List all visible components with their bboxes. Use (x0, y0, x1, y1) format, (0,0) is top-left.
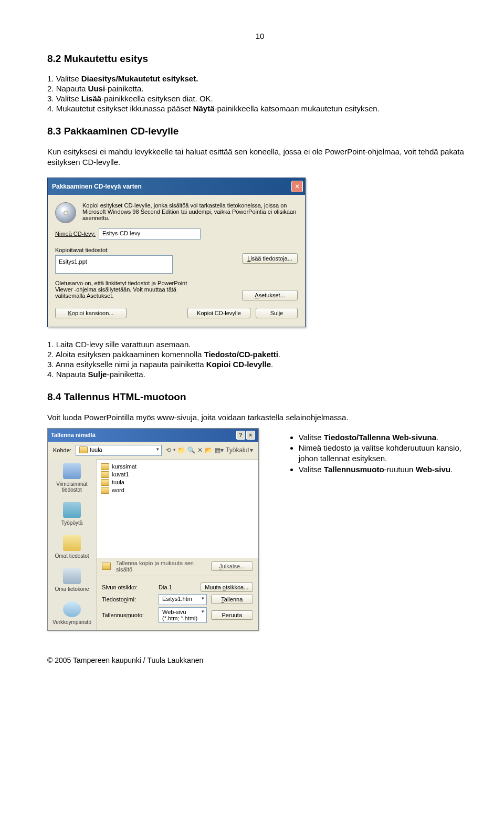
settings-button[interactable]: Asetukset... (242, 290, 298, 300)
steps-8-2: 1. Valitse Diaesitys/Mukautetut esitykse… (47, 74, 472, 113)
save-copy-icon (102, 563, 111, 570)
intro-8-3: Kun esityksesi ei mahdu levykkeelle tai … (47, 147, 472, 168)
places-bar: Viimeisimmät tiedostot Työpöytä Omat tie… (48, 459, 97, 630)
cd-icon (55, 202, 76, 223)
name-cd-label: Nimeä CD-levy: (55, 231, 96, 237)
bullets-8-4: Valitse Tiedosto/Tallenna Web-sivuna. Ni… (287, 432, 472, 475)
close-icon[interactable]: × (291, 181, 303, 192)
heading-8-3: 8.3 Pakkaaminen CD-levylle (47, 126, 472, 137)
close-icon[interactable]: × (246, 431, 255, 440)
save-button[interactable]: Tallenna (211, 595, 253, 604)
list-item[interactable]: kurssimat (101, 463, 254, 471)
search-icon[interactable]: 🔍 (187, 446, 195, 454)
file-item: Esitys1.ppt (59, 258, 169, 265)
cancel-button[interactable]: Peruuta (211, 610, 253, 620)
copy-to-cd-button[interactable]: Kopioi CD-levylle (187, 308, 250, 318)
file-area[interactable]: kurssimat kuvat1 tuula word (97, 459, 258, 558)
filename-label: Tiedostonimi: (102, 596, 154, 602)
folder-icon (101, 463, 109, 470)
folder-icon (101, 471, 109, 478)
copy-to-folder-button[interactable]: Kopioi kansioon... (55, 308, 127, 318)
files-label: Kopioitavat tiedostot: (55, 247, 298, 253)
help-icon[interactable]: ? (236, 431, 245, 440)
folder-icon (101, 487, 109, 494)
page-number: 10 (47, 32, 472, 40)
pack-for-cd-dialog: Pakkaaminen CD-levyä varten × Kopioi esi… (47, 178, 306, 327)
save-copy-label: Tallenna kopio ja mukauta sen sisältö (116, 560, 206, 573)
close-button[interactable]: Sulje (256, 308, 298, 318)
name-cd-input[interactable]: Esitys-CD-levy (99, 228, 201, 240)
page-title-label: Sivun otsikko: (102, 584, 154, 590)
new-folder-icon[interactable]: 📂 (205, 446, 213, 454)
dialog-intro-text: Kopioi esitykset CD-levylle, jonka sisäl… (82, 202, 298, 223)
page-title-value: Dia 1 (159, 584, 172, 590)
tools-menu[interactable]: Työkalut ▾ (226, 446, 253, 454)
list-item[interactable]: tuula (101, 479, 254, 486)
place-documents[interactable]: Omat tiedostot (48, 531, 96, 564)
steps-8-3: 1. Laita CD-levy sille varattuun asemaan… (47, 340, 472, 379)
change-title-button[interactable]: Muuta otsikkoa... (201, 583, 253, 592)
list-item[interactable]: word (101, 486, 254, 494)
publish-button[interactable]: Julkaise... (211, 561, 253, 571)
place-recent[interactable]: Viimeisimmät tiedostot (48, 459, 96, 498)
folder-icon (79, 446, 88, 453)
toolbar-icons: ⟲ • 📁 🔍 ✕ 📂 ▦▾ Työkalut ▾ (166, 446, 253, 454)
intro-8-4: Voit luoda PowerPointilla myös www-sivuj… (47, 412, 472, 423)
list-item[interactable]: kuvat1 (101, 471, 254, 479)
place-computer[interactable]: Oma tietokone (48, 564, 96, 597)
location-dropdown[interactable]: tuula (76, 445, 162, 456)
filename-input[interactable]: Esitys1.htm (159, 594, 207, 605)
footer: © 2005 Tampereen kaupunki / Tuula Laukka… (47, 656, 472, 664)
filetype-label: Tallennusmuoto: (102, 612, 154, 618)
heading-8-4: 8.4 Tallennus HTML-muotoon (47, 391, 472, 403)
dialog-title: Pakkaaminen CD-levyä varten (52, 183, 142, 190)
place-network[interactable]: Verkkoympäristö (48, 597, 96, 630)
heading-8-2: 8.2 Mukautettu esitys (47, 53, 472, 65)
views-icon[interactable]: ▦▾ (215, 446, 224, 454)
add-files-button[interactable]: Lisää tiedostoja... (242, 253, 298, 264)
filetype-dropdown[interactable]: Web-sivu (*.htm; *.html) (159, 607, 207, 623)
dialog-title: Tallenna nimellä (51, 432, 96, 438)
back-icon[interactable]: ⟲ (166, 446, 171, 454)
place-desktop[interactable]: Työpöytä (48, 498, 96, 531)
delete-icon[interactable]: ✕ (197, 446, 203, 454)
location-label: Kohde: (53, 447, 71, 453)
save-as-dialog: Tallenna nimellä ? × Kohde: tuula ⟲ • 📁 … (47, 428, 259, 631)
up-icon[interactable]: 📁 (177, 446, 185, 454)
file-list[interactable]: Esitys1.ppt (55, 255, 173, 274)
folder-icon (101, 479, 109, 486)
options-text: Oletusarvo on, että linkitetyt tiedostot… (55, 280, 192, 299)
